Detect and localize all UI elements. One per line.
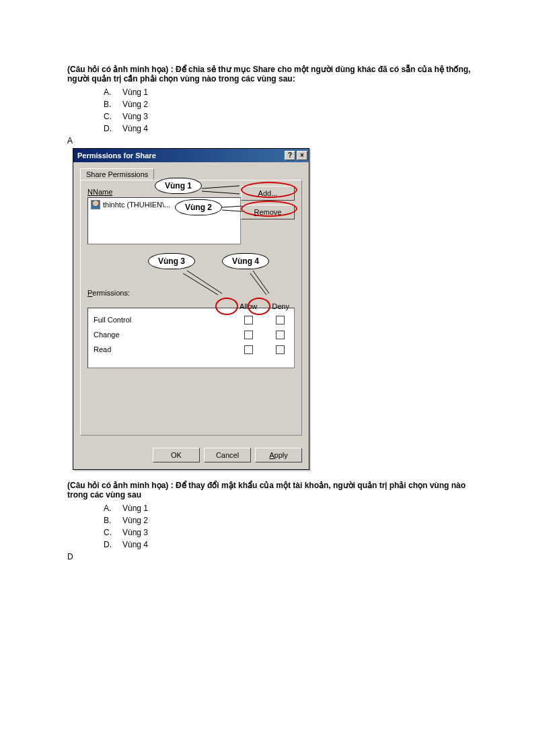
q2-opt-d-text: Vùng 4 (122, 539, 148, 551)
allow-full-control-checkbox[interactable] (244, 316, 253, 324)
deny-read-checkbox[interactable] (276, 345, 285, 354)
add-button[interactable]: Add... (241, 186, 295, 201)
perm-row-full-control: Full Control (94, 312, 289, 327)
q2-opt-d-label: D. (104, 539, 122, 551)
q1-opt-b-text: Vùng 2 (122, 98, 148, 110)
q1-opt-c-label: C. (104, 110, 122, 123)
q1-opt-d-label: D. (104, 123, 122, 135)
dialog-title: Permissions for Share (77, 151, 156, 160)
remove-button[interactable]: Remove (241, 205, 295, 219)
allow-header: Allow (240, 302, 257, 310)
bubble-vung1: Vùng 1 (155, 178, 202, 194)
cancel-button[interactable]: Cancel (204, 448, 251, 462)
q2-opt-c-label: C. (104, 526, 122, 539)
help-button[interactable]: ? (285, 151, 295, 160)
question-1: (Câu hỏi có ảnh minh họa) : Để chia sẻ t… (67, 65, 482, 83)
close-button[interactable]: × (297, 151, 307, 160)
q1-opt-a-label: A. (104, 86, 122, 98)
dialog-footer: OK Cancel Apply (73, 442, 309, 469)
q2-answer: D (67, 552, 482, 561)
bubble-vung3: Vùng 3 (148, 253, 195, 269)
q2-options: A.Vùng 1 B.Vùng 2 C.Vùng 3 D.Vùng 4 (104, 502, 482, 551)
user-name: thinhtc (THUHIEN\... (103, 201, 170, 209)
tab-panel: NName thinhtc (THUHIEN\... Add... Remove… (80, 180, 302, 436)
q1-opt-a-text: Vùng 1 (122, 86, 148, 98)
permissions-box: Full Control Change (87, 308, 295, 368)
user-icon (91, 200, 100, 209)
q2-opt-c-text: Vùng 3 (122, 526, 148, 539)
q2-opt-b-label: B. (104, 514, 122, 526)
allow-read-checkbox[interactable] (244, 345, 253, 354)
allow-change-checkbox[interactable] (244, 331, 253, 339)
q1-opt-c-text: Vùng 3 (122, 110, 148, 123)
titlebar: Permissions for Share ? × (73, 149, 309, 162)
q2-prefix: (Câu hỏi có ảnh minh họa) : (67, 481, 176, 490)
bubble-vung4: Vùng 4 (222, 253, 269, 269)
q1-opt-d-text: Vùng 4 (122, 123, 148, 135)
name-label: NName (87, 188, 112, 196)
perm-row-read: Read (94, 342, 289, 357)
apply-button[interactable]: Apply (255, 448, 302, 462)
q1-options: A.Vùng 1 B.Vùng 2 C.Vùng 3 D.Vùng 4 (104, 86, 482, 135)
permissions-dialog: Permissions for Share ? × Share Permissi… (73, 148, 309, 470)
perm-row-change: Change (94, 327, 289, 342)
deny-header: Deny (272, 302, 289, 310)
deny-change-checkbox[interactable] (276, 331, 285, 339)
question-2: (Câu hỏi có ảnh minh họa) : Để thay đổi … (67, 481, 482, 500)
q1-opt-b-label: B. (104, 98, 122, 110)
q2-opt-b-text: Vùng 2 (122, 514, 148, 526)
q2-opt-a-text: Vùng 1 (122, 502, 148, 514)
q1-prefix: (Câu hỏi có ảnh minh họa) : (67, 65, 176, 74)
ok-button[interactable]: OK (153, 448, 200, 462)
tab-share-permissions[interactable]: Share Permissions (80, 168, 154, 180)
q2-opt-a-label: A. (104, 502, 122, 514)
q1-answer: A (67, 136, 482, 145)
bubble-vung2: Vùng 2 (175, 199, 222, 215)
deny-full-control-checkbox[interactable] (276, 316, 285, 324)
